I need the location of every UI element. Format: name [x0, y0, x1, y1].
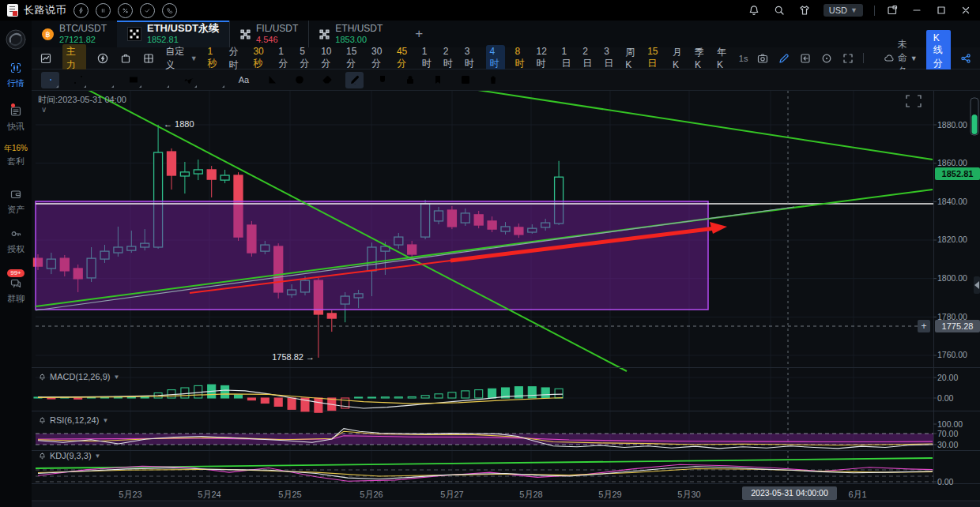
- draw-tool-lock-icon[interactable]: [401, 72, 419, 88]
- time-axis[interactable]: 5月235月245月255月265月275月285月295月306月1: [119, 490, 866, 499]
- fullscreen-icon[interactable]: [842, 52, 854, 65]
- macd-bar: [448, 392, 456, 398]
- price-tick-label: 1760.00: [937, 350, 967, 359]
- draw-tool-order-note-icon[interactable]: [456, 72, 474, 88]
- price-axis[interactable]: 1880.001860.001840.001820.001800.001780.…: [933, 120, 967, 486]
- check-icon[interactable]: [140, 3, 155, 18]
- maximize-button[interactable]: [935, 4, 948, 17]
- chart-type-icon[interactable]: [40, 52, 52, 65]
- draw-tool-magnet-icon[interactable]: [373, 72, 391, 88]
- settings-target-icon[interactable]: [820, 52, 833, 65]
- draw-tool-text-icon[interactable]: Aa: [235, 72, 253, 88]
- red-arrow-head[interactable]: [710, 222, 727, 234]
- sidebar-item-label: 授权: [0, 243, 32, 255]
- timeframe-年K[interactable]: 年K: [717, 46, 729, 70]
- bolt-icon[interactable]: [74, 3, 89, 18]
- time-tick-label: 5月24: [198, 490, 220, 499]
- main-chart-svg[interactable]: ← 18801758.82 →1880.001860.001840.001820…: [32, 91, 980, 507]
- close-button[interactable]: [959, 4, 972, 17]
- pause-icon[interactable]: [96, 3, 111, 18]
- draw-tool-bookmark-icon[interactable]: [428, 72, 447, 88]
- draw-tool-trend-line-icon[interactable]: [69, 72, 87, 88]
- timeframe-3时[interactable]: 3时: [465, 46, 476, 70]
- sidebar-item-group-chat[interactable]: 99+群聊: [0, 267, 32, 305]
- chevron-down-icon: ▼: [190, 54, 198, 62]
- chevron-down-icon: ▼: [850, 6, 858, 14]
- minimize-button[interactable]: [910, 4, 923, 17]
- interval-indicator: 1s: [739, 54, 748, 63]
- draw-tool-rectangle-icon[interactable]: [124, 72, 142, 88]
- chart-area[interactable]: ← 18801758.82 →1880.001860.001840.001820…: [32, 91, 980, 507]
- currency-dropdown[interactable]: USD ▼: [824, 4, 863, 17]
- timeframe-2日[interactable]: 2日: [582, 46, 594, 70]
- draw-tool-parallel-channel-icon[interactable]: [96, 72, 115, 88]
- search-icon[interactable]: [773, 4, 786, 17]
- timeframe-30分[interactable]: 30分: [371, 46, 386, 70]
- tshirt-icon[interactable]: [798, 4, 811, 17]
- draw-tool-horizontal-lines-icon[interactable]: [152, 72, 170, 88]
- grid-icon[interactable]: [142, 52, 155, 65]
- timeframe-45分[interactable]: 45分: [397, 46, 412, 70]
- timeframe-1秒[interactable]: 1秒: [208, 46, 219, 70]
- timeframe-月K[interactable]: 月K: [673, 46, 684, 70]
- bottom-scrollbar-track[interactable]: [32, 501, 980, 507]
- timeframe-10分[interactable]: 10分: [321, 46, 336, 70]
- draw-tool-angle-ruler-icon[interactable]: [262, 72, 281, 88]
- main-force-button[interactable]: 主力: [62, 44, 86, 73]
- price-scrollbar-thumb[interactable]: [972, 115, 978, 134]
- sidebar-item-label: 快讯: [0, 121, 32, 133]
- bell-icon[interactable]: [748, 4, 760, 17]
- timeframe-季K[interactable]: 季K: [695, 46, 707, 70]
- briefcase-icon[interactable]: [119, 52, 132, 65]
- timeframe-5分[interactable]: 5分: [300, 46, 311, 70]
- timeframe-30秒[interactable]: 30秒: [253, 46, 268, 70]
- timeframe-1日[interactable]: 1日: [561, 46, 572, 70]
- timeframe-分时[interactable]: 分时: [228, 45, 243, 72]
- tab-ETH/USDT永续[interactable]: ETH/USDT永续1852.81: [117, 21, 229, 47]
- timeframe-1分[interactable]: 1分: [278, 46, 289, 70]
- timeframe-4时[interactable]: 4时: [486, 45, 505, 71]
- draw-tool-measure-icon[interactable]: [207, 72, 225, 88]
- replay-icon[interactable]: [799, 52, 812, 65]
- draw-tool-eraser-icon[interactable]: [318, 72, 336, 88]
- sidebar-item-assets[interactable]: 资产: [0, 188, 32, 216]
- timeframe-12时[interactable]: 12时: [536, 46, 551, 70]
- macd-bar: [168, 390, 175, 398]
- pencil-icon[interactable]: [778, 52, 790, 65]
- sidebar-item-market[interactable]: 行情: [0, 62, 32, 89]
- add-tab-button[interactable]: +: [402, 21, 435, 47]
- app-title: 长路说币: [24, 3, 66, 17]
- macd-bar: [475, 390, 483, 398]
- sidebar-item-news[interactable]: 快讯: [0, 105, 32, 133]
- draw-tool-crosshair-icon[interactable]: [41, 72, 59, 88]
- restore-chart-icon[interactable]: [906, 96, 921, 107]
- tab-FIL/USDT[interactable]: FIL/USDT4.546: [229, 21, 308, 47]
- macd-bar: [74, 398, 82, 399]
- camera-icon[interactable]: [756, 52, 769, 65]
- bolt-circle-icon[interactable]: [96, 52, 109, 65]
- sidebar-item-arbitrage[interactable]: 年16%套利: [0, 143, 32, 167]
- sidebar-item-label: 资产: [0, 204, 32, 216]
- draw-tool-elliott-wave-icon[interactable]: [179, 72, 198, 88]
- macd-bar: [541, 388, 549, 398]
- unread-badge: 99+: [7, 269, 24, 277]
- timeframe-15日[interactable]: 15日: [647, 46, 662, 70]
- draw-tool-freehand-icon[interactable]: [345, 72, 364, 88]
- percent-icon[interactable]: [118, 3, 133, 18]
- timeframe-3日[interactable]: 3日: [604, 46, 615, 70]
- timeframe-周K[interactable]: 周K: [625, 46, 637, 70]
- popup-layout-icon[interactable]: [886, 4, 899, 17]
- tab-BTC/USDT[interactable]: ฿BTC/USDT27121.82: [32, 21, 117, 47]
- share-icon[interactable]: [959, 52, 972, 65]
- custom-timeframe-dropdown[interactable]: 自定义 ▼: [165, 45, 197, 72]
- sidebar-item-authorize[interactable]: 授权: [0, 227, 32, 255]
- timeframe-1时[interactable]: 1时: [422, 46, 433, 70]
- time-tick-label: 5月27: [440, 490, 463, 499]
- draw-tool-circle-slash-icon[interactable]: [290, 72, 308, 88]
- timeframe-2时[interactable]: 2时: [443, 46, 454, 70]
- timeframe-8时[interactable]: 8时: [515, 46, 526, 70]
- timeframe-15分[interactable]: 15分: [346, 46, 361, 70]
- draw-tool-delete-icon[interactable]: [484, 72, 502, 88]
- phone-icon[interactable]: [162, 3, 177, 18]
- tab-ETH/USDT[interactable]: ETH/USDT1853.00: [308, 21, 393, 47]
